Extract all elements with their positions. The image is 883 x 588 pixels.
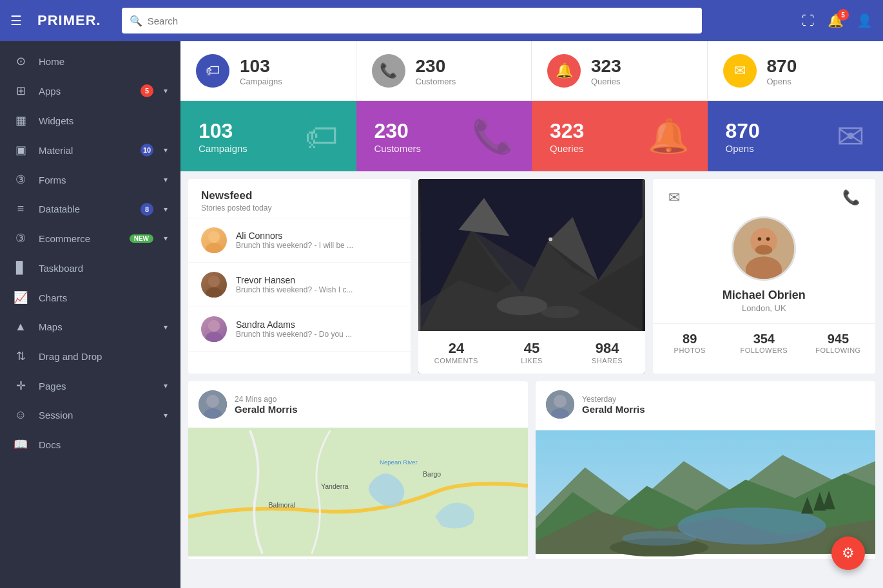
post-name: Gerald Morris (235, 404, 518, 415)
colored-card-info: 323 Queries (550, 119, 584, 154)
user-icon[interactable]: 👤 (857, 13, 873, 28)
colored-card-queries: 323 Queries 🔔 (532, 101, 708, 171)
sidebar-item-material[interactable]: ▣ Material 10 ▾ (0, 135, 180, 165)
nf-name: Sandra Adams (236, 319, 352, 330)
stat-card-campaigns: 🏷 103 Campaigns (180, 41, 356, 100)
newsfeed-item[interactable]: Trevor Hansen Brunch this weekend? - Wis… (188, 263, 411, 307)
stat-card-customers: 📞 230 Customers (356, 41, 532, 100)
chevron-down-icon: ▾ (164, 411, 168, 420)
colored-customers-label: Customers (374, 143, 422, 154)
queries-label: Queries (591, 77, 621, 86)
sidebar-item-maps[interactable]: ▲ Maps ▾ (0, 312, 180, 341)
image-card: 24 COMMENTS 45 LIKES 984 SHARES (418, 179, 645, 374)
stat-cards-white: 🏷 103 Campaigns 📞 230 Customers 🔔 323 Qu… (180, 41, 883, 101)
campaigns-icon: 🏷 (196, 54, 229, 88)
following-stat: 945 FOLLOWING (801, 332, 875, 354)
sidebar-item-docs[interactable]: 📖 Docs (0, 430, 180, 459)
sidebar-item-forms[interactable]: ③ Forms ▾ (0, 165, 180, 194)
profile-actions: ✉ 📞 (653, 179, 875, 216)
nf-item-text: Sandra Adams Brunch this weekend? - Do y… (236, 319, 352, 339)
profile-location: London, UK (742, 303, 786, 313)
post-name: Gerald Morris (582, 404, 865, 415)
stat-cards-colored: 103 Campaigns 🏷 230 Customers 📞 323 Quer… (180, 101, 883, 171)
phone-icon[interactable]: 📞 (842, 189, 860, 206)
comments-label: COMMENTS (418, 357, 494, 365)
svg-point-2 (208, 231, 220, 243)
svg-text:Bargo: Bargo (423, 470, 441, 478)
likes-stat: 45 LIKES (494, 340, 569, 365)
likes-label: LIKES (494, 357, 569, 365)
ecommerce-badge: new (130, 234, 153, 243)
sidebar-item-drag-drop[interactable]: ⇅ Drag and Drop (0, 341, 180, 371)
sidebar-item-pages[interactable]: ✛ Pages ▾ (0, 371, 180, 401)
mountain-image (418, 179, 645, 331)
newsfeed-title: Newsfeed (201, 189, 398, 202)
colored-campaigns-label: Campaigns (199, 143, 247, 154)
material-badge: 10 (141, 144, 153, 156)
fullscreen-icon[interactable]: ⛶ (802, 14, 815, 28)
photos-num: 89 (653, 332, 727, 346)
chevron-down-icon: ▾ (164, 323, 168, 332)
post-card-2: Yesterday Gerald Morris (536, 381, 875, 559)
pages-icon: ✛ (13, 379, 28, 393)
post-card-1: 24 Mins ago Gerald Morris (188, 381, 528, 559)
sidebar-item-datatable[interactable]: ≡ Datatable 8 ▾ (0, 194, 180, 223)
sidebar-item-label: Docs (39, 439, 168, 450)
colored-queries-label: Queries (550, 143, 584, 154)
sidebar: ⊙ Home ⊞ Apps 5 ▾ ▦ Widgets ▣ Material 1… (0, 41, 180, 588)
newsfeed-item[interactable]: Sandra Adams Brunch this weekend? - Do y… (188, 307, 411, 352)
likes-num: 45 (494, 340, 569, 357)
search-input[interactable] (148, 15, 694, 26)
stat-card-opens: ✉ 870 Opens (708, 41, 884, 100)
sidebar-item-widgets[interactable]: ▦ Widgets (0, 106, 180, 135)
svg-point-14 (497, 296, 548, 316)
svg-point-23 (766, 237, 770, 241)
shares-stat: 984 SHARES (570, 340, 645, 365)
sidebar-item-label: Pages (39, 381, 153, 392)
colored-queries-num: 323 (550, 119, 584, 143)
chevron-down-icon: ▾ (164, 234, 168, 243)
colored-campaigns-icon: 🏷 (305, 117, 338, 156)
colored-customers-icon: 📞 (472, 117, 514, 156)
charts-icon: 📈 (13, 290, 28, 305)
post-time: 24 Mins ago (235, 395, 518, 404)
maps-icon: ▲ (13, 320, 28, 334)
colored-card-campaigns: 103 Campaigns 🏷 (180, 101, 356, 171)
search-bar[interactable]: 🔍 (122, 8, 702, 33)
customers-num: 230 (416, 56, 456, 77)
notifications-icon[interactable]: 🔔 5 (828, 13, 844, 28)
notification-badge: 5 (837, 9, 849, 21)
sidebar-item-ecommerce[interactable]: ③ Ecommerce new ▾ (0, 223, 180, 253)
newsfeed-item[interactable]: Ali Connors Brunch this weekend? - I wil… (188, 218, 411, 263)
sidebar-item-label: Datatable (39, 204, 130, 214)
svg-point-16 (549, 237, 553, 241)
svg-point-22 (758, 237, 762, 241)
map-image: Bargo Balmoral Yanderra Nepean River (188, 428, 528, 556)
bottom-row: 24 Mins ago Gerald Morris (180, 374, 883, 567)
shares-num: 984 (570, 340, 645, 357)
shares-label: SHARES (570, 357, 645, 365)
profile-card: ✉ 📞 Michael Obr (653, 179, 875, 374)
email-icon[interactable]: ✉ (668, 189, 680, 206)
main-content: 🏷 103 Campaigns 📞 230 Customers 🔔 323 Qu… (180, 41, 883, 588)
newsfeed-subtitle: Stories posted today (201, 204, 398, 213)
mountains-image (536, 428, 875, 559)
sidebar-item-label: Session (39, 410, 153, 421)
sidebar-item-label: Charts (39, 292, 168, 303)
sidebar-item-charts[interactable]: 📈 Charts (0, 283, 180, 312)
datatable-badge: 8 (141, 203, 153, 216)
sidebar-item-taskboard[interactable]: ▊ Taskboard (0, 253, 180, 283)
svg-point-5 (208, 276, 220, 287)
sidebar-item-session[interactable]: ☺ Session ▾ (0, 401, 180, 430)
followers-stat: 354 FOLLOWERS (727, 332, 801, 354)
widgets-icon: ▦ (13, 113, 28, 128)
chevron-down-icon: ▾ (164, 205, 168, 214)
post-header: 24 Mins ago Gerald Morris (188, 381, 528, 428)
nf-text: Brunch this weekend? - Do you ... (236, 330, 352, 339)
fab-button[interactable]: ⚙ (831, 536, 865, 570)
post-meta: Yesterday Gerald Morris (582, 395, 865, 415)
sidebar-item-home[interactable]: ⊙ Home (0, 46, 180, 76)
followers-label: FOLLOWERS (727, 346, 801, 354)
sidebar-item-apps[interactable]: ⊞ Apps 5 ▾ (0, 76, 180, 106)
menu-icon[interactable]: ☰ (10, 13, 22, 28)
